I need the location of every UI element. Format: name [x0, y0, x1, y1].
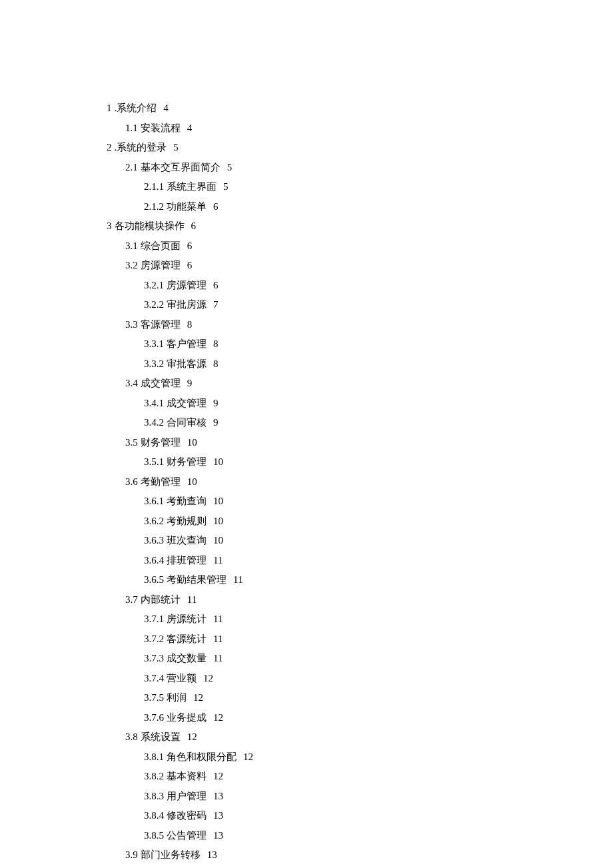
toc-entry-number: 3.5.1: [144, 456, 164, 467]
toc-entry: 2.系统的登录5: [107, 138, 613, 158]
toc-entry-page: 9: [213, 417, 219, 428]
toc-entry-title: 班次查询: [167, 535, 207, 546]
toc-entry-page: 11: [213, 614, 223, 624]
toc-entry: 3.7.3成交数量11: [107, 649, 613, 669]
toc-entry-title: 考勤结果管理: [167, 574, 227, 585]
toc-entry-title: 房源统计: [167, 614, 207, 624]
toc-entry-title: 成交管理: [167, 398, 207, 408]
toc-entry-number: 3.7.4: [144, 673, 164, 683]
toc-entry-page: 7: [213, 299, 219, 310]
toc-entry-page: 11: [213, 653, 223, 663]
toc-entry-title: 系统主界面: [167, 181, 217, 192]
toc-entry-number: 3.7.1: [144, 614, 164, 624]
toc-entry: 3.3.1客户管理8: [107, 334, 613, 354]
toc-entry-title: 合同审核: [167, 417, 207, 428]
toc-entry-title: 功能菜单: [167, 201, 207, 212]
toc-entry-title: 考勤查询: [167, 496, 207, 506]
toc-entry-title: 客源管理: [141, 319, 181, 330]
toc-entry-title: 客户管理: [167, 338, 207, 349]
toc-entry: 3.4.1成交管理9: [107, 394, 613, 414]
toc-entry-number: 2.1.2: [144, 201, 164, 212]
toc-entry: 1.系统介绍4: [107, 99, 613, 119]
toc-entry-number: 3.2.1: [144, 280, 164, 290]
toc-entry-page: 6: [191, 220, 197, 231]
toc-entry: 3.9部门业务转移13: [107, 845, 613, 865]
toc-entry-page: 6: [187, 260, 193, 270]
toc-entry-page: 12: [193, 692, 203, 703]
toc-entry-number: 3.6.2: [144, 516, 164, 526]
toc-entry-number: 3.6.5: [144, 574, 164, 585]
toc-entry: 3.6.5考勤结果管理11: [107, 570, 613, 590]
toc-entry-title: 成交数量: [167, 653, 207, 663]
toc-entry-number: 3.7.5: [144, 692, 164, 703]
toc-entry-number: 3.8.1: [144, 751, 164, 762]
toc-entry-number: 3.9: [125, 849, 138, 860]
toc-entry-title: 综合页面: [141, 240, 181, 251]
toc-entry-number: 3.2: [125, 260, 138, 270]
toc-entry-title: 客源统计: [167, 634, 207, 644]
toc-entry-number: 3.6.4: [144, 555, 164, 566]
toc-entry-page: 4: [187, 123, 193, 133]
toc-entry-page: 11: [213, 555, 223, 566]
toc-entry-title: 基本资料: [167, 771, 207, 781]
toc-entry: 3.2.1房源管理6: [107, 276, 613, 296]
toc-entry: 3.8系统设置12: [107, 727, 613, 747]
toc-entry: 3.3.2审批客源8: [107, 354, 613, 374]
toc-entry-number: 3.8.5: [144, 830, 164, 841]
toc-entry-title: 基本交互界面简介: [141, 162, 221, 173]
toc-entry: 3.9.1房源业务转移13: [107, 865, 613, 869]
toc-entry-page: 10: [213, 496, 223, 506]
toc-entry-title: 利润: [167, 692, 187, 703]
toc-entry-page: 12: [213, 712, 223, 723]
toc-entry: 3.5财务管理10: [107, 433, 613, 453]
toc-entry: 3.6.4排班管理11: [107, 551, 613, 571]
toc-entry-page: 6: [187, 240, 193, 251]
toc-entry-title: 考勤管理: [141, 476, 181, 487]
toc-entry-page: 11: [187, 594, 197, 605]
toc-entry: 3.7内部统计11: [107, 590, 613, 610]
toc-entry-page: 11: [213, 634, 223, 644]
toc-entry-number: 3.1: [125, 240, 138, 251]
toc-entry-title: 审批客源: [167, 358, 207, 369]
toc-entry-page: 13: [213, 810, 223, 821]
toc-entry: 3.8.3用户管理13: [107, 787, 613, 807]
toc-entry-page: 8: [213, 338, 219, 349]
toc-entry-number: 1.1: [125, 123, 138, 133]
toc-entry-page: 12: [213, 771, 223, 781]
toc-entry-page: 5: [173, 142, 179, 153]
toc-entry-page: 8: [213, 358, 219, 369]
toc-entry: 3.6考勤管理10: [107, 472, 613, 492]
toc-entry: 3.8.4修改密码13: [107, 806, 613, 826]
toc-entry: 3.1综合页面6: [107, 236, 613, 256]
toc-entry-page: 10: [213, 535, 223, 546]
toc-entry: 2.1.1系统主界面5: [107, 177, 613, 197]
toc-entry: 3.6.1考勤查询10: [107, 492, 613, 512]
toc-entry: 3.7.2客源统计11: [107, 630, 613, 650]
table-of-contents: 1.系统介绍41.1安装流程42.系统的登录52.1基本交互界面简介52.1.1…: [107, 99, 613, 868]
toc-entry-number: 3.6: [125, 476, 138, 487]
toc-entry-title: .系统介绍: [115, 103, 157, 113]
toc-entry-number: 3.3.2: [144, 358, 164, 369]
toc-entry-page: 11: [233, 574, 243, 585]
toc-entry-page: 4: [163, 103, 169, 113]
toc-entry-number: 3.4.2: [144, 417, 164, 428]
toc-entry-number: 3.4.1: [144, 398, 164, 408]
toc-entry: 3.3客源管理8: [107, 315, 613, 335]
toc-entry: 3.5.1财务管理10: [107, 452, 613, 472]
toc-entry-title: 各功能模块操作: [115, 220, 185, 231]
toc-entry-page: 10: [213, 456, 223, 467]
toc-entry-number: 3.6.3: [144, 535, 164, 546]
toc-entry-title: 财务管理: [141, 437, 181, 448]
toc-entry: 2.1基本交互界面简介5: [107, 158, 613, 178]
toc-entry-number: 1: [107, 103, 112, 113]
toc-entry: 3.8.2基本资料12: [107, 767, 613, 787]
toc-entry-title: 排班管理: [167, 555, 207, 566]
toc-entry-number: 2: [107, 142, 112, 153]
toc-entry-number: 2.1: [125, 162, 138, 173]
toc-entry-page: 10: [187, 476, 197, 487]
toc-entry-number: 3.7.6: [144, 712, 164, 723]
toc-entry-title: 安装流程: [141, 123, 181, 133]
toc-entry-page: 6: [213, 280, 219, 290]
toc-entry: 3.7.1房源统计11: [107, 610, 613, 630]
toc-entry: 3.6.3班次查询10: [107, 531, 613, 551]
